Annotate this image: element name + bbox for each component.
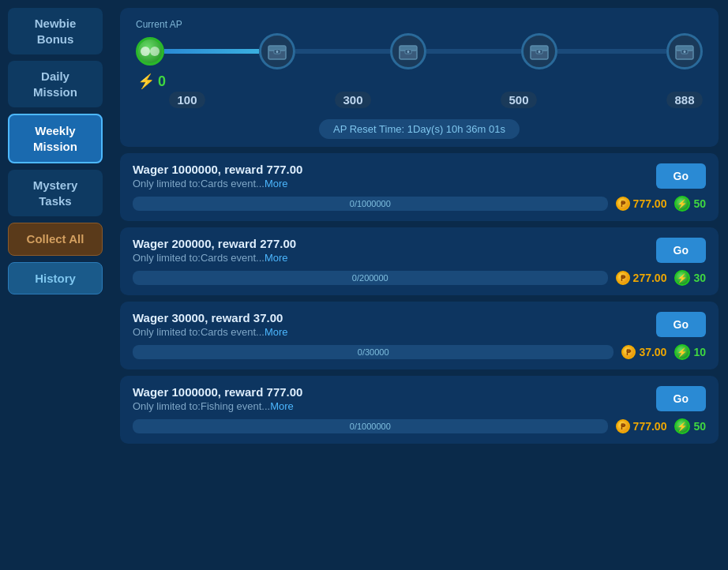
bar-segment-4 [557,49,666,54]
reward-energy-4: ⚡ 50 [674,418,706,434]
sidebar-item-weekly-mission[interactable]: WeeklyMission [8,114,103,163]
coin-icon-3: ₱ [621,345,636,359]
reward-amount-1: 777.00 [633,197,667,210]
mission-title-3: Wager 30000, reward 37.00 [133,311,644,324]
energy-icon-1: ⚡ [674,196,690,212]
energy-amount-4: 50 [693,420,706,433]
sidebar-item-newbie-bonus[interactable]: NewbieBonus [8,8,103,54]
sidebar-item-collect-all[interactable]: Collect All [8,223,103,256]
svg-point-7 [407,51,410,53]
mission-progress-label-3: 0/30000 [133,347,614,357]
mission-more-2[interactable]: More [265,252,288,264]
mission-more-4[interactable]: More [270,400,294,412]
mission-card-4: Wager 1000000, reward 777.00 Only limite… [120,376,719,444]
milestone-500: 500 [501,92,536,108]
ap-current-value: 0 [158,73,166,90]
mission-card-1: Wager 1000000, reward 777.00 Only limite… [120,153,719,221]
mission-info-3: Wager 30000, reward 37.00 Only limited t… [133,311,644,338]
ap-reset-label: AP Reset Time: [333,123,404,135]
reward-group-2: ₱ 277.00 ⚡ 30 [616,270,706,286]
bar-segment-3 [426,49,521,54]
coin-icon-4: ₱ [616,419,630,433]
svg-point-15 [684,51,686,53]
mission-info-2: Wager 200000, reward 277.00 Only limited… [133,237,644,264]
reward-energy-3: ⚡ 10 [674,344,706,360]
main-content: Current AP [111,0,728,570]
mission-go-2[interactable]: Go [656,238,706,263]
milestone-300: 300 [335,92,370,108]
ap-chest-300 [390,33,426,69]
bar-segment-2 [295,49,390,54]
mission-progress-label-1: 0/1000000 [133,199,608,208]
reward-amount-2: 277.00 [633,272,667,284]
bar-segment-1 [164,49,259,54]
mission-card-2: Wager 200000, reward 277.00 Only limited… [120,227,719,295]
energy-amount-3: 10 [693,346,706,358]
mission-subtitle-4: Only limited to:Fishing event...More [133,400,644,412]
sidebar-item-daily-mission[interactable]: DailyMission [8,61,103,107]
sidebar-item-history[interactable]: History [8,262,103,295]
mission-title-4: Wager 1000000, reward 777.00 [133,385,644,399]
svg-point-3 [276,51,279,53]
mission-info-1: Wager 1000000, reward 777.00 Only limite… [133,163,644,189]
mission-card-3: Wager 30000, reward 37.00 Only limited t… [120,302,719,369]
mission-progress-2: 0/200000 [133,271,608,285]
energy-amount-2: 30 [693,272,706,284]
ap-chest-500 [521,33,557,69]
sidebar-item-mystery-tasks[interactable]: MysteryTasks [8,170,103,216]
mission-title-2: Wager 200000, reward 277.00 [133,237,644,250]
milestone-100: 100 [169,92,205,108]
mission-title-1: Wager 1000000, reward 777.00 [133,163,644,176]
ap-bar-row [136,33,703,69]
mission-info-4: Wager 1000000, reward 777.00 Only limite… [133,385,644,412]
mission-subtitle-1: Only limited to:Cards event...More [133,178,644,189]
mission-progress-3: 0/30000 [133,345,614,359]
mission-subtitle-2: Only limited to:Cards event...More [133,252,644,264]
reward-group-1: ₱ 777.00 ⚡ 50 [616,196,706,212]
energy-icon-3: ⚡ [674,344,690,360]
ap-reset-time: 1Day(s) 10h 36m 01s [407,123,505,135]
ap-start-circle [136,37,164,66]
mission-progress-4: 0/1000000 [133,419,608,433]
ap-chest-888 [666,33,703,69]
reward-coin-3: ₱ 37.00 [621,345,666,359]
mission-go-1[interactable]: Go [656,163,706,189]
energy-icon-2: ⚡ [674,270,690,286]
current-ap-label: Current AP [136,19,703,30]
mission-progress-label-4: 0/1000000 [133,422,608,431]
coin-icon-2: ₱ [616,271,630,285]
energy-icon-4: ⚡ [674,418,690,434]
reward-energy-2: ⚡ 30 [674,270,706,286]
mission-go-4[interactable]: Go [656,386,706,411]
ap-chest-100 [259,33,295,69]
mission-go-3[interactable]: Go [656,312,706,337]
milestone-888: 888 [666,92,702,108]
sidebar: NewbieBonus DailyMission WeeklyMission M… [0,0,111,570]
coin-icon-1: ₱ [616,197,630,211]
mission-more-3[interactable]: More [265,326,288,338]
energy-amount-1: 50 [693,197,706,210]
ap-section: Current AP [120,8,719,147]
mission-progress-label-2: 0/200000 [133,273,608,283]
reward-group-3: ₱ 37.00 ⚡ 10 [621,344,706,360]
ap-reset-badge: AP Reset Time: 1Day(s) 10h 36m 01s [319,119,520,139]
reward-coin-4: ₱ 777.00 [616,419,667,433]
reward-coin-2: ₱ 277.00 [616,271,667,285]
reward-amount-3: 37.00 [639,346,666,358]
svg-point-11 [538,51,541,53]
mission-subtitle-3: Only limited to:Cards event...More [133,326,644,338]
mission-more-1[interactable]: More [265,178,288,189]
reward-amount-4: 777.00 [633,420,667,433]
reward-coin-1: ₱ 777.00 [616,197,667,211]
reward-group-4: ₱ 777.00 ⚡ 50 [616,418,706,434]
reward-energy-1: ⚡ 50 [674,196,706,212]
lightning-icon: ⚡ [137,73,155,90]
mission-progress-1: 0/1000000 [133,197,608,211]
